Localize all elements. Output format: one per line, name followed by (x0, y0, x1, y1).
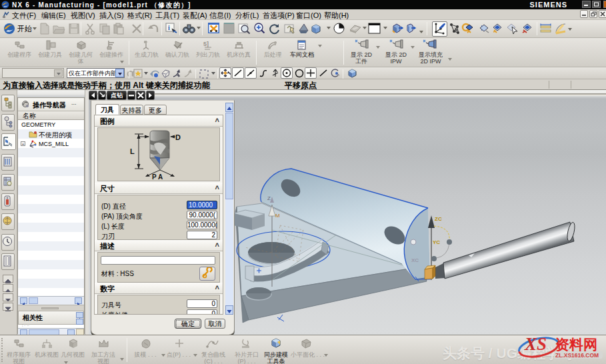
svg-text:D: D (175, 133, 181, 141)
svg-text:ZC: ZC (435, 216, 442, 222)
svg-text:L: L (130, 147, 135, 155)
svg-text:XC: XC (411, 257, 419, 263)
svg-text:i: i (168, 24, 170, 31)
svg-text:Z: Z (267, 195, 271, 201)
svg-text:P A: P A (152, 173, 163, 181)
svg-text:5]: 5] (203, 41, 209, 47)
svg-text:YC: YC (433, 239, 440, 245)
svg-text:M: M (275, 213, 280, 219)
